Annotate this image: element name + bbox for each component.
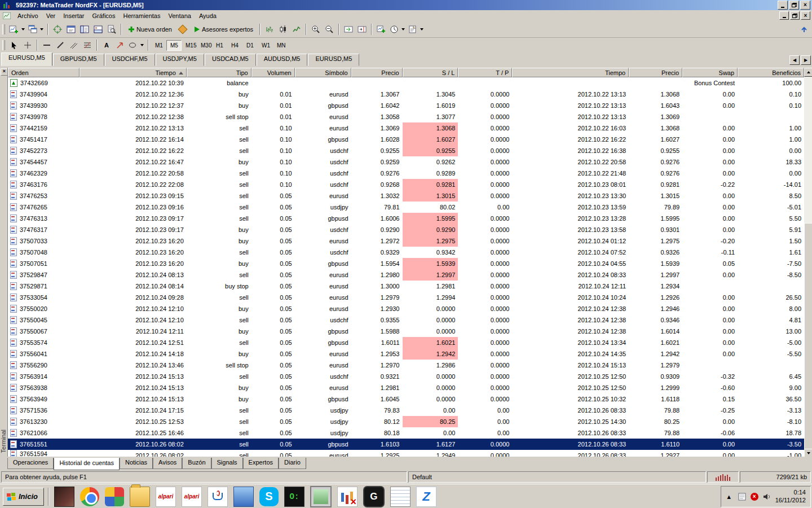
skype-icon[interactable]: S: [259, 487, 279, 506]
history-row[interactable]: 375500202012.10.24 12:10buy0.05eurusd1.2…: [8, 303, 804, 314]
cursor-button[interactable]: [7, 39, 21, 51]
chrome-icon[interactable]: [80, 487, 99, 506]
timeframe-m15-button[interactable]: M15: [182, 40, 197, 51]
column-header-beneficios[interactable]: Beneficios: [738, 68, 804, 77]
volume-tray-icon[interactable]: [762, 492, 771, 501]
mdi-close-button[interactable]: ×: [801, 11, 810, 20]
column-header-s-l[interactable]: S / L: [403, 68, 458, 77]
column-header-tiempo[interactable]: Tiempo: [512, 68, 629, 77]
history-row[interactable]: 375562902012.10.24 13:46sell stop0.05eur…: [8, 360, 804, 371]
chart-tab-usdchf-m5[interactable]: USDCHF,M5: [105, 54, 155, 66]
history-row[interactable]: 375070332012.10.23 16:20buy0.05eurusd1.2…: [8, 235, 804, 247]
history-row[interactable]: 375500672012.10.24 12:11buy0.05gbpusd1.5…: [8, 326, 804, 337]
history-row[interactable]: 375298712012.10.24 08:14buy stop0.05euru…: [8, 281, 804, 292]
history-row[interactable]: 375500452012.10.24 12:10sell0.05usdchf0.…: [8, 314, 804, 326]
alpari-icon[interactable]: alpari: [182, 487, 202, 507]
chart-tab-audusd-m5[interactable]: AUDUSD,M5: [257, 54, 308, 66]
profiles-button[interactable]: [27, 23, 45, 36]
terminal-tab-expertos[interactable]: Expertos: [243, 458, 279, 469]
clipboard-tray-icon[interactable]: [738, 492, 747, 501]
column-header-s-mbolo[interactable]: Símbolo: [295, 68, 351, 77]
column-header-tipo[interactable]: Tipo: [187, 68, 251, 77]
color-wheel-icon[interactable]: [105, 487, 124, 506]
zoom-in-button[interactable]: [309, 23, 323, 36]
strategy-tester-button[interactable]: [105, 23, 118, 36]
history-row[interactable]: 376210662012.10.25 16:46sell0.05usdjpy80…: [8, 427, 804, 439]
history-row[interactable]: 375639142012.10.24 15:13sell0.05usdchf0.…: [8, 371, 804, 382]
column-header-precio[interactable]: Precio: [629, 68, 682, 77]
mdi-minimize-button[interactable]: [779, 11, 789, 20]
folder-icon[interactable]: [130, 487, 150, 507]
history-row[interactable]: 374544572012.10.22 16:47buy0.10usdchf0.9…: [8, 156, 804, 168]
indicators-button[interactable]: [374, 23, 388, 36]
chart-tab-eurusd-m5[interactable]: EURUSD,M5: [1, 52, 52, 66]
column-header-volumen[interactable]: Volumen: [251, 68, 295, 77]
history-row[interactable]: 375639492012.10.24 15:13buy0.05gbpusd1.6…: [8, 393, 804, 405]
history-row[interactable]: 374326692012.10.22 10:39balanceBonus Con…: [8, 77, 804, 89]
templates-button[interactable]: [407, 23, 425, 36]
chart-shift-button[interactable]: [355, 23, 369, 36]
history-row[interactable]: 375535742012.10.24 12:51sell0.05gbpusd1.…: [8, 337, 804, 348]
chart-tab-gbpusd-m5[interactable]: GBPUSD,M5: [53, 54, 104, 66]
history-row[interactable]: 375070512012.10.23 16:20buy0.05gbpusd1.5…: [8, 258, 804, 269]
history-row[interactable]: 375560412012.10.24 14:18buy0.05eurusd1.2…: [8, 348, 804, 360]
scroll-up-button[interactable]: [804, 68, 812, 77]
tab-scroll-left-button[interactable]: ◀: [789, 55, 800, 65]
metaeditor-button[interactable]: [176, 23, 189, 36]
menu-item-ver[interactable]: Ver: [42, 11, 60, 20]
g-key-icon[interactable]: G: [363, 486, 385, 507]
history-row[interactable]: 374762532012.10.23 09:15sell0.05eurusd1.…: [8, 190, 804, 202]
new-order-button[interactable]: Nueva orden: [124, 23, 176, 36]
chart-tab-usdjpy-m5[interactable]: USDJPY,M5: [156, 54, 204, 66]
lightroom-icon[interactable]: [54, 487, 74, 507]
arrow-tool-button[interactable]: [113, 39, 127, 51]
terminal-button[interactable]: [91, 23, 105, 36]
chart-tab-usdcad-m5[interactable]: USDCAD,M5: [205, 54, 256, 66]
start-button[interactable]: Inicio: [3, 488, 44, 506]
timeframe-w1-button[interactable]: W1: [258, 40, 273, 51]
column-header-t-p[interactable]: T / P: [458, 68, 512, 77]
toolbar-expand-button[interactable]: [797, 23, 811, 36]
chart-system-icon[interactable]: [3, 12, 12, 20]
history-row[interactable]: 374514172012.10.22 16:14sell0.10gbpusd1.…: [8, 134, 804, 145]
column-header-precio[interactable]: Precio: [351, 68, 403, 77]
history-row[interactable]: 374631762012.10.22 22:08sell0.10usdchf0.…: [8, 179, 804, 190]
horizontal-line-button[interactable]: [40, 39, 54, 51]
mdi-restore-button[interactable]: [790, 11, 800, 20]
chart-tab-eurusd-m5[interactable]: EURUSD,M5: [308, 54, 359, 66]
z-app-icon[interactable]: Z: [416, 487, 436, 507]
new-chart-button[interactable]: [7, 23, 27, 36]
terminal-tab-buz-n[interactable]: Buzón: [182, 458, 211, 469]
terminal-tab-historial-de-cuentas[interactable]: Historial de cuentas: [54, 458, 120, 470]
menu-item-herramientas[interactable]: Herramientas: [119, 11, 164, 20]
network-error-tray-icon[interactable]: ×: [751, 493, 758, 501]
market-watch-button[interactable]: [51, 23, 64, 36]
menu-item-gr-ficos[interactable]: Gráficos: [89, 11, 120, 20]
timeframe-m1-button[interactable]: M1: [151, 40, 166, 51]
periods-button[interactable]: [388, 23, 407, 36]
column-header-tiempo[interactable]: Tiempo: [80, 68, 187, 77]
status-profile[interactable]: Default: [408, 471, 706, 483]
alpari-icon[interactable]: alpari: [156, 487, 176, 507]
history-row[interactable]: 375298472012.10.24 08:13sell0.05eurusd1.…: [8, 269, 804, 281]
tray-clock[interactable]: 0:14 16/11/2012: [775, 489, 806, 505]
timeframe-m5-button[interactable]: M5: [166, 40, 182, 51]
candlestick-button[interactable]: [276, 23, 290, 36]
timeframe-mn-button[interactable]: MN: [273, 40, 288, 51]
history-row[interactable]: 375070482012.10.23 16:20sell0.05usdchf0.…: [8, 247, 804, 258]
notepad-icon[interactable]: [390, 487, 411, 507]
crosshair-button[interactable]: [21, 39, 34, 51]
history-row[interactable]: 374522732012.10.22 16:22sell0.10usdchf0.…: [8, 145, 804, 156]
history-row[interactable]: 374623292012.10.22 20:58sell0.10usdchf0.…: [8, 168, 804, 179]
pictures-icon[interactable]: [233, 487, 254, 507]
history-row[interactable]: 376132302012.10.25 12:53sell0.05usdjpy80…: [8, 416, 804, 427]
data-window-button[interactable]: [64, 23, 78, 36]
channel-button[interactable]: [67, 39, 81, 51]
terminal-tab-noticias[interactable]: Noticias: [120, 458, 153, 469]
menu-item-ayuda[interactable]: Ayuda: [195, 11, 220, 20]
menu-item-archivo[interactable]: Archivo: [14, 11, 42, 20]
auto-scroll-button[interactable]: [342, 23, 355, 36]
restore-button[interactable]: [789, 1, 799, 10]
terminal-tab-diario[interactable]: Diario: [279, 458, 306, 469]
timeframe-h4-button[interactable]: H4: [227, 40, 242, 51]
